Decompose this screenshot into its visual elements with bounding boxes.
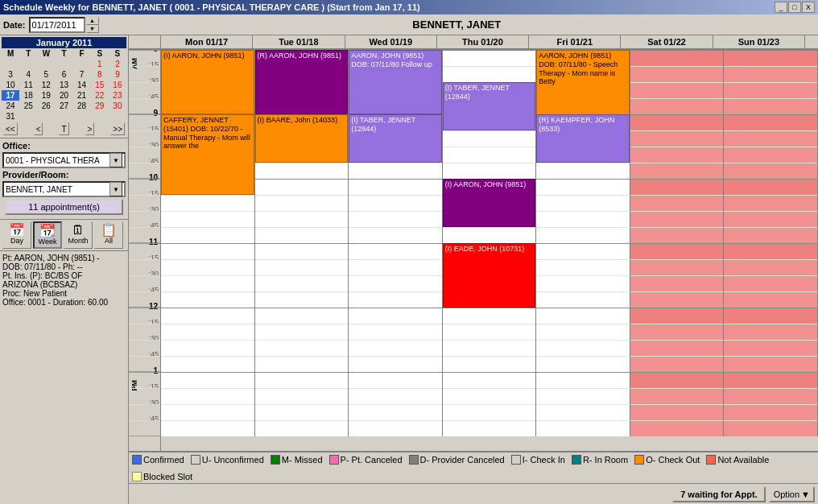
day-header-3: Thu 01/20: [437, 35, 529, 48]
appointment-block[interactable]: (I) EADE, JOHN (10731): [443, 243, 536, 308]
cal-day-cell[interactable]: 9: [109, 69, 126, 80]
cal-day-cell[interactable]: 1: [91, 59, 109, 69]
appointment-block[interactable]: (R) KAEMPFER, JOHN (8533): [536, 114, 630, 163]
cal-next1-button[interactable]: >: [85, 122, 95, 135]
date-down-button[interactable]: ▼: [86, 25, 99, 33]
minimize-button[interactable]: _: [775, 2, 787, 13]
time-hour-block: 8AM:15:30:45: [129, 50, 160, 114]
cal-day-cell[interactable]: 16: [109, 80, 126, 90]
time-hour-label: 9: [153, 109, 158, 118]
time-sub-label: :15: [148, 189, 159, 197]
legend-label: Not Available: [717, 455, 769, 465]
cal-day-cell[interactable]: 8: [91, 69, 109, 80]
day-column-6[interactable]: [724, 50, 818, 436]
appointment-block[interactable]: AARON, JOHN (9851) DOB: 07/11/80 Follow …: [349, 50, 442, 114]
date-spinner[interactable]: ▲ ▼: [86, 17, 99, 33]
cal-day-cell[interactable]: 5: [37, 69, 55, 80]
waiting-button[interactable]: 7 waiting for Appt.: [672, 486, 766, 502]
appointment-block[interactable]: (R) AARON, JOHN (9851): [255, 50, 349, 114]
legend-color-box: [271, 455, 280, 465]
time-hour-label: 11: [149, 238, 158, 246]
cal-day-cell: [19, 59, 37, 69]
appointment-block[interactable]: (I) TABER, JENNET (12844): [349, 114, 442, 163]
cal-day-cell[interactable]: 27: [55, 101, 72, 111]
date-input[interactable]: [29, 17, 85, 33]
time-sub-label: :15: [148, 318, 159, 326]
cal-day-cell[interactable]: 26: [37, 101, 55, 111]
cal-day-cell[interactable]: 18: [19, 90, 37, 101]
appointment-block[interactable]: (I) BAARE, John (14033): [255, 114, 349, 163]
view-btn-day[interactable]: 📅Day: [2, 221, 31, 249]
legend-color-box: [706, 455, 716, 465]
cal-next2-button[interactable]: >>: [110, 122, 125, 135]
appointment-block[interactable]: (I) AARON, JOHN (9851): [161, 50, 254, 114]
view-btn-icon: 📅: [9, 224, 25, 237]
view-buttons: 📅Day📆Week🗓Month📋All: [0, 220, 128, 251]
cal-day-cell[interactable]: 31: [2, 111, 19, 122]
legend-item: D- Provider Canceled: [409, 455, 505, 465]
maximize-button[interactable]: □: [788, 2, 801, 13]
office-dropdown[interactable]: 0001 - PHYSICAL THERA ▼: [2, 152, 126, 168]
view-btn-icon: 🗓: [72, 224, 85, 237]
cal-day-cell[interactable]: 15: [91, 80, 109, 90]
calendar-nav[interactable]: << < T > >>: [2, 122, 126, 136]
cal-day-cell[interactable]: 19: [37, 90, 55, 101]
cal-day-cell[interactable]: 25: [19, 101, 37, 111]
day-column-2[interactable]: AARON, JOHN (9851) DOB: 07/11/80 Follow …: [349, 50, 443, 436]
cal-day-cell[interactable]: 17: [2, 90, 19, 101]
view-btn-all[interactable]: 📋All: [94, 221, 123, 249]
cal-day-cell[interactable]: 6: [55, 69, 72, 80]
cal-day-cell[interactable]: 21: [73, 90, 91, 101]
ampm-label: PM: [130, 380, 138, 391]
cal-day-cell[interactable]: 14: [73, 80, 91, 90]
cal-day-cell[interactable]: 23: [109, 90, 126, 101]
cal-day-cell[interactable]: 12: [37, 80, 55, 90]
cal-day-cell[interactable]: 22: [91, 90, 109, 101]
cal-day-cell[interactable]: 20: [55, 90, 72, 101]
cal-day-cell[interactable]: 4: [19, 69, 37, 80]
legend-label: M- Missed: [282, 455, 323, 465]
legend-label: I- Check In: [523, 455, 565, 465]
appointment-block[interactable]: CAFFERY, JENNET (15401) DOB: 10/22/70 - …: [161, 114, 254, 195]
day-column-4[interactable]: AARON, JOHN (9851) DOB: 07/11/80 - Speec…: [536, 50, 630, 436]
cal-day-cell[interactable]: 29: [91, 101, 109, 111]
cal-prev2-button[interactable]: <<: [3, 122, 18, 135]
cal-day-cell: [55, 59, 72, 69]
time-column: 8AM:15:30:459:15:30:4510:15:30:4511:15:3…: [129, 50, 161, 451]
day-column-1[interactable]: (R) AARON, JOHN (9851)(I) BAARE, John (1…: [255, 50, 349, 436]
appointment-block[interactable]: (I) TABER, JENNET (12844): [443, 82, 536, 130]
time-sub-label: :45: [148, 157, 159, 165]
cal-day-cell[interactable]: 30: [109, 101, 126, 111]
cal-day-cell[interactable]: 11: [19, 80, 37, 90]
legend-item: P- Pt. Canceled: [329, 455, 403, 465]
close-button[interactable]: X: [802, 2, 815, 13]
cal-day-cell[interactable]: 10: [2, 80, 19, 90]
office-dropdown-arrow[interactable]: ▼: [109, 153, 122, 167]
day-column-5[interactable]: [630, 50, 725, 436]
patient-info-text: Pt: AARON, JOHN (9851) - DOB: 07/11/80 -…: [2, 254, 126, 307]
cal-day-cell[interactable]: 13: [55, 80, 72, 90]
provider-room-arrow[interactable]: ▼: [109, 182, 122, 196]
view-btn-month[interactable]: 🗓Month: [64, 221, 93, 249]
cal-day-cell[interactable]: 24: [2, 101, 19, 111]
cal-day-cell[interactable]: 28: [73, 101, 91, 111]
appointments-count-button[interactable]: 11 appointment(s): [5, 199, 123, 215]
option-button[interactable]: Option ▼: [769, 486, 815, 502]
day-column-3[interactable]: (I) TABER, JENNET (12844)(I) AARON, JOHN…: [443, 50, 537, 436]
appointment-block[interactable]: (I) AARON, JOHN (9851): [443, 179, 536, 227]
view-btn-week[interactable]: 📆Week: [33, 221, 62, 249]
time-sub-label: :30: [148, 141, 159, 149]
cal-day-cell[interactable]: 7: [73, 69, 91, 80]
day-column-0[interactable]: (I) AARON, JOHN (9851)CAFFERY, JENNET (1…: [161, 50, 255, 436]
cal-day-cell[interactable]: 3: [2, 69, 19, 80]
provider-room-dropdown[interactable]: BENNETT, JANET ▼: [2, 181, 126, 197]
cal-day-cell[interactable]: 2: [109, 59, 126, 69]
day-header-1: Tue 01/18: [253, 35, 345, 48]
cal-today-button[interactable]: T: [59, 122, 68, 135]
window-controls[interactable]: _ □ X: [775, 2, 815, 13]
legend-label: R- In Room: [583, 455, 628, 465]
cal-prev1-button[interactable]: <: [34, 122, 43, 135]
legend-color-box: [191, 455, 200, 465]
date-up-button[interactable]: ▲: [86, 17, 99, 25]
ampm-label: AM: [130, 58, 138, 69]
